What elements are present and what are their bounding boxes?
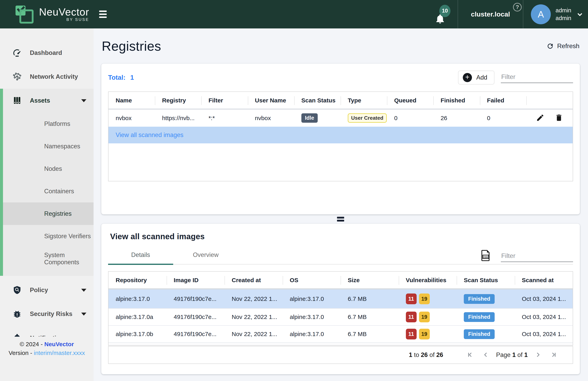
neuvector-logo: NeuVector BY SUSE bbox=[0, 4, 94, 24]
tab-overview[interactable]: Overview bbox=[173, 251, 238, 265]
brand-byline: BY SUSE bbox=[66, 17, 89, 22]
column-header-scan-status[interactable]: Scan Status bbox=[294, 92, 341, 109]
registries-filter-input[interactable] bbox=[501, 72, 573, 83]
column-header-queued[interactable]: Queued bbox=[387, 92, 433, 109]
add-label: Add bbox=[476, 74, 487, 81]
cell-created-at: Nov 22, 2022 1... bbox=[225, 289, 283, 308]
page-title: Registries bbox=[102, 38, 161, 54]
assets-icon bbox=[12, 96, 22, 105]
delete-registry-button[interactable] bbox=[554, 114, 564, 123]
table-row[interactable]: alpine:3.17.0 49176f190c7e... Nov 22, 20… bbox=[108, 289, 573, 308]
view-all-scanned-images-link[interactable]: View all scanned images bbox=[116, 132, 184, 139]
sidebar-footer: © 2024 - NeuVector Version - interim/mas… bbox=[0, 340, 94, 357]
first-page-button[interactable] bbox=[462, 351, 478, 359]
column-header-type[interactable]: Type bbox=[341, 92, 387, 109]
edit-registry-button[interactable] bbox=[536, 114, 545, 123]
prev-page-button[interactable] bbox=[478, 351, 493, 359]
cell-os: alpine:3.17.0 bbox=[283, 309, 341, 325]
cell-registry: https://nvb... bbox=[155, 109, 201, 127]
sidebar-item-registries[interactable]: Registries bbox=[0, 202, 94, 225]
user-name: admin bbox=[556, 8, 571, 13]
policy-icon bbox=[12, 285, 22, 295]
last-page-button[interactable] bbox=[546, 351, 562, 359]
notifications-bell-button[interactable]: 10 bbox=[433, 4, 447, 24]
column-header-vulnerabilities[interactable]: Vulnerabilities bbox=[399, 272, 457, 288]
cell-scanned-at: Oct 03, 2024 1... bbox=[515, 289, 573, 308]
sidebar-item-system-components[interactable]: System Components bbox=[0, 247, 94, 270]
last-page-icon bbox=[550, 351, 557, 358]
refresh-button[interactable]: Refresh bbox=[546, 42, 579, 50]
column-header-scan-status[interactable]: Scan Status bbox=[457, 272, 515, 288]
table-row[interactable]: nvbox https://nvb... *:* nvbox Idle User… bbox=[108, 109, 573, 127]
column-header-registry[interactable]: Registry bbox=[155, 92, 201, 109]
sidebar-item-label: Assets bbox=[30, 97, 73, 104]
column-header-user-name[interactable]: User Name bbox=[248, 92, 294, 109]
sidebar-item-containers[interactable]: Containers bbox=[0, 180, 94, 202]
refresh-icon bbox=[546, 42, 554, 50]
column-header-size[interactable]: Size bbox=[341, 272, 399, 288]
cell-filter: *:* bbox=[201, 109, 248, 127]
version-link[interactable]: interim/master.xxxx bbox=[34, 350, 85, 356]
main-content: Registries Refresh Total: 1 + Add bbox=[94, 28, 588, 381]
view-all-scanned-images-row[interactable]: View all scanned images bbox=[108, 127, 573, 143]
tab-details[interactable]: Details bbox=[108, 251, 173, 265]
neuvector-link[interactable]: NeuVector bbox=[44, 341, 74, 347]
brand-name: NeuVector bbox=[39, 7, 89, 18]
column-header-filter[interactable]: Filter bbox=[201, 92, 248, 109]
sidebar-item-platforms[interactable]: Platforms bbox=[0, 113, 94, 135]
medium-severity-badge: 19 bbox=[419, 312, 430, 322]
registries-panel: Total: 1 + Add Name Registry Filter User… bbox=[101, 64, 580, 214]
sidebar-item-label: Dashboard bbox=[30, 49, 86, 57]
column-header-actions bbox=[526, 92, 573, 109]
column-header-created-at[interactable]: Created at bbox=[225, 272, 283, 288]
total-value: 1 bbox=[130, 74, 134, 81]
table-row[interactable]: alpine:3.17.0b 49176f190c7e... Nov 22, 2… bbox=[108, 325, 573, 343]
column-header-name[interactable]: Name bbox=[108, 92, 155, 109]
network-activity-icon bbox=[12, 72, 22, 81]
sidebar-item-notifications[interactable]: Notifications bbox=[0, 326, 94, 337]
user-menu[interactable]: A admin admin bbox=[523, 0, 588, 28]
sidebar: Dashboard Network Activity Assets Platfo… bbox=[0, 28, 94, 381]
cell-repository: alpine:3.17.0a bbox=[108, 309, 167, 325]
dashboard-icon bbox=[12, 48, 22, 58]
images-filter-input[interactable] bbox=[501, 251, 573, 262]
sidebar-item-security-risks[interactable]: Security Risks bbox=[0, 302, 94, 326]
table-row[interactable]: alpine:3.17.0a 49176f190c7e... Nov 22, 2… bbox=[108, 308, 573, 325]
sidebar-item-network-activity[interactable]: Network Activity bbox=[0, 65, 94, 89]
export-csv-button[interactable]: csv bbox=[481, 250, 491, 262]
column-header-failed[interactable]: Failed bbox=[480, 92, 526, 109]
column-header-os[interactable]: OS bbox=[283, 272, 341, 288]
sidebar-item-namespaces[interactable]: Namespaces bbox=[0, 135, 94, 157]
edit-icon bbox=[536, 114, 545, 122]
column-header-repository[interactable]: Repository bbox=[108, 272, 167, 288]
hamburger-menu-icon[interactable] bbox=[99, 8, 111, 20]
sidebar-item-sigstore-verifiers[interactable]: Sigstore Verifiers bbox=[0, 225, 94, 247]
csv-export-icon: csv bbox=[481, 250, 491, 261]
scanned-images-table-header: Repository Image ID Created at OS Size V… bbox=[108, 272, 573, 289]
cell-os: alpine:3.17.0 bbox=[283, 289, 341, 308]
sidebar-item-assets[interactable]: Assets bbox=[0, 89, 94, 113]
column-header-image-id[interactable]: Image ID bbox=[167, 272, 225, 288]
next-page-button[interactable] bbox=[530, 351, 546, 359]
total-label: Total: bbox=[108, 74, 126, 81]
sidebar-item-policy[interactable]: Policy bbox=[0, 278, 94, 302]
cell-os: alpine:3.17.0 bbox=[283, 326, 341, 343]
sidebar-item-dashboard[interactable]: Dashboard bbox=[0, 41, 94, 65]
sidebar-item-label: Notifications bbox=[30, 335, 86, 337]
version-label: Version - bbox=[9, 350, 34, 356]
help-icon[interactable]: ? bbox=[513, 3, 522, 12]
column-header-scanned-at[interactable]: Scanned at bbox=[515, 272, 573, 288]
medium-severity-badge: 19 bbox=[419, 329, 430, 340]
sidebar-item-nodes[interactable]: Nodes bbox=[0, 157, 94, 180]
first-page-icon bbox=[467, 351, 473, 358]
cell-repository: alpine:3.17.0 bbox=[108, 289, 167, 308]
neuvector-logo-icon bbox=[14, 4, 35, 24]
column-header-finished[interactable]: Finished bbox=[433, 92, 480, 109]
prev-page-icon bbox=[482, 351, 489, 358]
svg-text:csv: csv bbox=[483, 256, 488, 259]
panel-resize-handle[interactable] bbox=[101, 214, 580, 224]
add-registry-button[interactable]: + Add bbox=[458, 71, 494, 84]
scanned-images-table: Repository Image ID Created at OS Size V… bbox=[108, 271, 573, 346]
pagination-page: Page 1 of 1 bbox=[496, 351, 528, 359]
high-severity-badge: 11 bbox=[406, 312, 417, 322]
